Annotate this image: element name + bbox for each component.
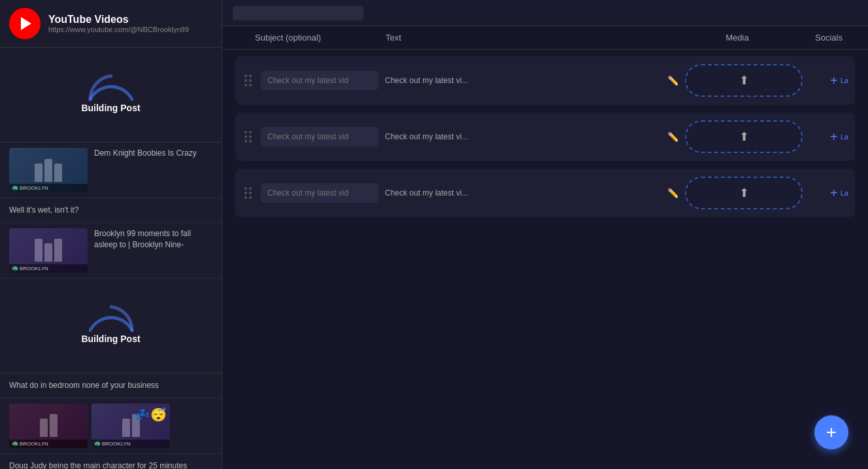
arc-spinner-1 [85,70,137,103]
scene-figures [31,235,65,265]
text-area-wrapper: Check out my latest vi... ✏️ [385,188,678,198]
text-item-content: Doug Judy being the main character for 2… [9,460,212,469]
building-post-section-2: Building Post [0,279,222,373]
peacock-icon: 🦚 [12,266,18,271]
scene-figures [37,411,61,440]
sidebar-url: https://www.youtube.com/@NBCBrooklyn99 [48,26,189,33]
post-row: Check out my latest vi... ✏️ ⬆ + La [235,169,855,217]
list-item[interactable]: 🦚 BROOKLYN Brooklyn 99 moments to fall a… [0,223,222,279]
sidebar-header: YouTube Videos https://www.youtube.com/@… [0,0,222,48]
text-only-item[interactable]: Well it's wet, isn't it? [0,198,222,223]
youtube-logo-icon [9,8,41,39]
add-social-button[interactable]: + [830,186,838,201]
main-content: Subject (optional) Text Media Socials [222,0,868,469]
post-row: Check out my latest vi... ✏️ ⬆ + La [235,113,855,161]
subject-header: Subject (optional) [255,33,386,43]
drag-handle[interactable] [242,72,254,89]
socials-plus: + La [809,130,848,145]
video-thumbnail: 🦚 BROOKLYN [9,228,88,273]
thumb-overlay: 🦚 BROOKLYN [92,440,170,448]
video-thumbnail[interactable]: 💤😴 🦚 BROOKLYN [92,404,170,448]
thumb-overlay: 🦚 BROOKLYN [9,440,88,448]
socials-plus: + La [809,73,848,88]
subject-input[interactable] [261,127,378,147]
drag-handle[interactable] [242,128,254,145]
building-post-title-2: Building Post [81,334,140,344]
video-title: Brooklyn 99 moments to fall asleep to | … [94,228,212,273]
top-bar [222,0,868,26]
text-preview: Check out my latest vi... [385,188,662,198]
column-headers: Subject (optional) Text Media Socials [222,26,868,50]
text-preview: Check out my latest vi... [385,76,662,85]
thumb-pair: 🦚 BROOKLYN 💤😴 🦚 BROOKLYN [0,398,222,454]
post-row: Check out my latest vi... ✏️ ⬆ + La [235,56,855,105]
text-item-content: Well it's wet, isn't it? [9,205,212,216]
media-upload-button[interactable]: ⬆ [685,120,803,153]
edit-icon[interactable]: ✏️ [667,75,678,86]
posts-list: Check out my latest vi... ✏️ ⬆ + La [222,50,868,469]
scene-figures [31,156,65,185]
text-only-item[interactable]: Doug Judy being the main character for 2… [0,454,222,469]
drag-handle[interactable] [242,184,254,201]
media-header: Media [672,33,803,43]
edit-icon[interactable]: ✏️ [667,188,678,198]
upload-icon: ⬆ [739,186,749,200]
video-title: Dem Knight Boobies Is Crazy [94,148,197,192]
building-post-loader-1: Building Post [9,57,212,133]
video-thumbnail[interactable]: 🦚 BROOKLYN [9,404,88,448]
arc-spinner-2 [85,301,137,334]
list-item[interactable]: 🦚 BROOKLYN Dem Knight Boobies Is Crazy [0,143,222,198]
upload-icon: ⬆ [739,130,749,144]
media-upload-button[interactable]: ⬆ [685,64,803,97]
peacock-icon: 🦚 [12,441,18,447]
socials-plus: + La [809,186,848,201]
play-icon [21,17,31,30]
building-post-section-1: Building Post [0,48,222,143]
text-header: Text [386,33,672,43]
thumb-overlay: 🦚 BROOKLYN [9,184,88,192]
thumb-overlay: 🦚 BROOKLYN [9,264,88,273]
media-upload-button[interactable]: ⬆ [685,177,803,209]
add-social-button[interactable]: + [830,73,838,88]
subject-input[interactable] [261,71,378,90]
subject-input[interactable] [261,183,378,203]
building-post-loader-2: Building Post [9,288,212,364]
sidebar-title: YouTube Videos [48,14,189,26]
text-item-content: What do in bedroom none of your business [9,380,212,391]
add-post-fab[interactable]: + [814,415,848,449]
sidebar-header-text: YouTube Videos https://www.youtube.com/@… [48,14,189,33]
upload-icon: ⬆ [739,73,749,88]
peacock-icon: 🦚 [94,441,101,447]
edit-icon[interactable]: ✏️ [667,131,678,142]
socials-label: La [841,133,848,141]
text-only-item[interactable]: What do in bedroom none of your business [0,373,222,398]
socials-label: La [841,77,848,84]
text-preview: Check out my latest vi... [385,132,662,141]
add-social-button[interactable]: + [830,130,838,145]
zzz-icon: 💤😴 [134,407,167,423]
socials-header: Socials [803,33,855,43]
building-post-title-1: Building Post [81,103,140,113]
sidebar: YouTube Videos https://www.youtube.com/@… [0,0,222,469]
peacock-icon: 🦚 [12,185,18,191]
text-area-wrapper: Check out my latest vi... ✏️ [385,75,678,86]
search-input[interactable] [233,6,363,20]
video-thumbnail: 🦚 BROOKLYN [9,148,88,192]
text-area-wrapper: Check out my latest vi... ✏️ [385,131,678,142]
sidebar-content: Building Post 🦚 BROOKLYN Dem Knight Boo [0,48,222,469]
socials-label: La [841,189,848,197]
